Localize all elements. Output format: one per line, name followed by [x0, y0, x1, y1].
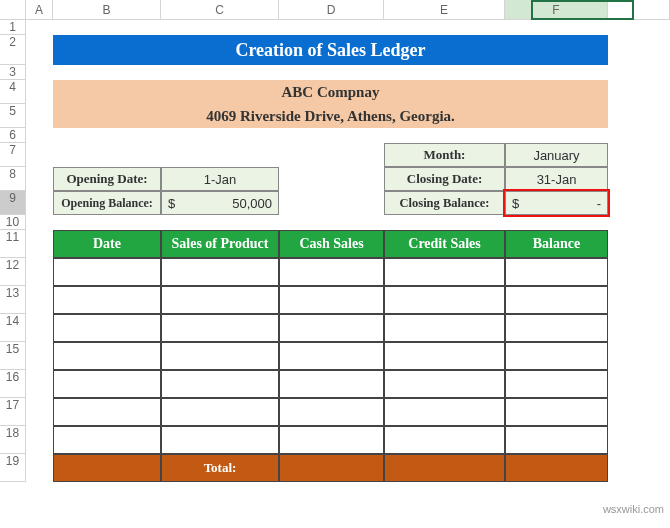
table-cell[interactable]	[161, 314, 279, 342]
row-header-4[interactable]: 4	[0, 80, 26, 104]
closing-date-label: Closing Date:	[407, 171, 482, 187]
company-name: ABC Compnay	[282, 84, 380, 101]
table-cell[interactable]	[53, 370, 161, 398]
table-cell[interactable]	[53, 258, 161, 286]
table-cell[interactable]	[505, 426, 608, 454]
table-header-date[interactable]: Date	[53, 230, 161, 258]
opening-balance-value: 50,000	[232, 196, 272, 211]
opening-balance-label-cell[interactable]: Opening Balance:	[53, 191, 161, 215]
table-header-sales-product[interactable]: Sales of Product	[161, 230, 279, 258]
table-header-balance[interactable]: Balance	[505, 230, 608, 258]
row-header-14[interactable]: 14	[0, 314, 26, 342]
table-cell[interactable]	[384, 426, 505, 454]
total-label: Total:	[204, 460, 237, 476]
row-header-12[interactable]: 12	[0, 258, 26, 286]
table-cell[interactable]	[505, 342, 608, 370]
table-cell[interactable]	[384, 258, 505, 286]
table-cell[interactable]	[53, 426, 161, 454]
row-header-13[interactable]: 13	[0, 286, 26, 314]
opening-date-label: Opening Date:	[66, 171, 147, 187]
table-cell[interactable]	[279, 342, 384, 370]
total-cell-f[interactable]	[505, 454, 608, 482]
th-date: Date	[93, 236, 121, 252]
table-cell[interactable]	[279, 426, 384, 454]
row-header-18[interactable]: 18	[0, 426, 26, 454]
th-cash-sales: Cash Sales	[299, 236, 363, 252]
row-header-15[interactable]: 15	[0, 342, 26, 370]
col-header-tail[interactable]	[608, 0, 670, 20]
closing-date-label-cell[interactable]: Closing Date:	[384, 167, 505, 191]
closing-date-value: 31-Jan	[537, 172, 577, 187]
col-header-b[interactable]: B	[53, 0, 161, 20]
table-cell[interactable]	[161, 342, 279, 370]
row-header-17[interactable]: 17	[0, 398, 26, 426]
closing-balance-value-cell[interactable]: $ -	[505, 191, 608, 215]
month-label-cell[interactable]: Month:	[384, 143, 505, 167]
table-cell[interactable]	[161, 258, 279, 286]
table-cell[interactable]	[161, 398, 279, 426]
row-header-19[interactable]: 19	[0, 454, 26, 482]
spreadsheet-view: A B C D E F 1 2 3 4 5 6 7 8 9 10 11 12 1…	[0, 0, 670, 528]
table-cell[interactable]	[279, 286, 384, 314]
closing-balance-label-cell[interactable]: Closing Balance:	[384, 191, 505, 215]
table-cell[interactable]	[161, 286, 279, 314]
opening-balance-value-cell[interactable]: $ 50,000	[161, 191, 279, 215]
month-value-cell[interactable]: January	[505, 143, 608, 167]
column-headers[interactable]: A B C D E F	[0, 0, 670, 20]
table-header-cash-sales[interactable]: Cash Sales	[279, 230, 384, 258]
closing-balance-label: Closing Balance:	[400, 196, 490, 211]
table-cell[interactable]	[384, 314, 505, 342]
opening-date-value-cell[interactable]: 1-Jan	[161, 167, 279, 191]
row-header-2[interactable]: 2	[0, 35, 26, 65]
table-cell[interactable]	[505, 314, 608, 342]
total-label-cell[interactable]: Total:	[161, 454, 279, 482]
table-cell[interactable]	[279, 258, 384, 286]
row-header-9[interactable]: 9	[0, 191, 26, 215]
table-cell[interactable]	[53, 314, 161, 342]
row-header-8[interactable]: 8	[0, 167, 26, 191]
table-header-credit-sales[interactable]: Credit Sales	[384, 230, 505, 258]
table-cell[interactable]	[279, 314, 384, 342]
total-cell-b[interactable]	[53, 454, 161, 482]
row-header-10[interactable]: 10	[0, 215, 26, 230]
table-cell[interactable]	[505, 258, 608, 286]
closing-date-value-cell[interactable]: 31-Jan	[505, 167, 608, 191]
table-cell[interactable]	[505, 286, 608, 314]
company-addr-cell[interactable]: 4069 Riverside Drive, Athens, Georgia.	[53, 104, 608, 128]
table-cell[interactable]	[279, 398, 384, 426]
row-header-6[interactable]: 6	[0, 128, 26, 143]
row-header-11[interactable]: 11	[0, 230, 26, 258]
closing-balance-currency: $	[512, 196, 519, 211]
col-header-a[interactable]: A	[26, 0, 53, 20]
col-header-c[interactable]: C	[161, 0, 279, 20]
table-cell[interactable]	[161, 426, 279, 454]
table-cell[interactable]	[53, 398, 161, 426]
col-header-e[interactable]: E	[384, 0, 505, 20]
opening-date-label-cell[interactable]: Opening Date:	[53, 167, 161, 191]
closing-balance-value: -	[597, 196, 601, 211]
row-header-1[interactable]: 1	[0, 20, 26, 35]
row-headers[interactable]: 1 2 3 4 5 6 7 8 9 10 11 12 13 14 15 16 1…	[0, 20, 26, 482]
company-name-cell[interactable]: ABC Compnay	[53, 80, 608, 104]
table-cell[interactable]	[384, 286, 505, 314]
total-cell-d[interactable]	[279, 454, 384, 482]
select-all-corner[interactable]	[0, 0, 26, 20]
table-cell[interactable]	[53, 342, 161, 370]
total-cell-e[interactable]	[384, 454, 505, 482]
table-cell[interactable]	[161, 370, 279, 398]
table-cell[interactable]	[505, 370, 608, 398]
table-cell[interactable]	[279, 370, 384, 398]
table-cell[interactable]	[384, 342, 505, 370]
table-cell[interactable]	[384, 398, 505, 426]
col-header-d[interactable]: D	[279, 0, 384, 20]
th-balance: Balance	[533, 236, 580, 252]
row-header-7[interactable]: 7	[0, 143, 26, 167]
title-bar[interactable]: Creation of Sales Ledger	[53, 35, 608, 65]
table-cell[interactable]	[384, 370, 505, 398]
col-header-f[interactable]: F	[505, 0, 608, 20]
table-cell[interactable]	[53, 286, 161, 314]
table-cell[interactable]	[505, 398, 608, 426]
row-header-16[interactable]: 16	[0, 370, 26, 398]
row-header-5[interactable]: 5	[0, 104, 26, 128]
row-header-3[interactable]: 3	[0, 65, 26, 80]
